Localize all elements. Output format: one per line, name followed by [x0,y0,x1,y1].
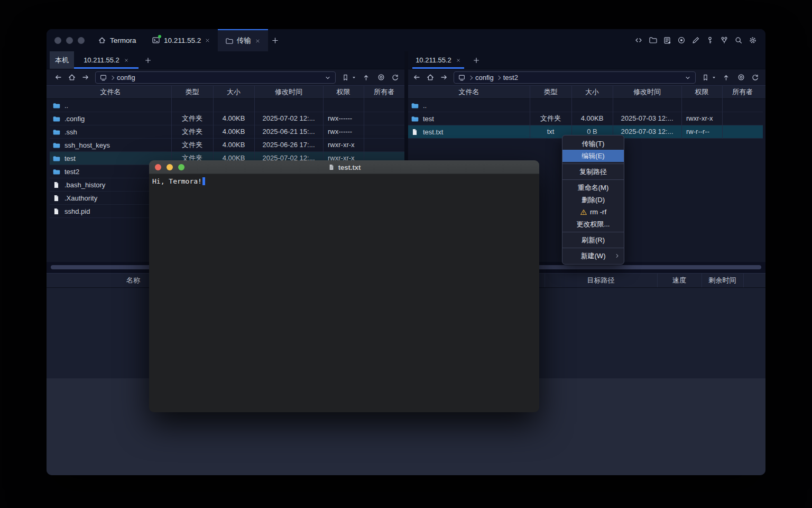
file-perm: rwxr-xr-x [681,112,722,125]
left-tab-ssh-active[interactable]: 10.211.55.2 [74,51,139,69]
column-header-type[interactable]: 类型 [171,85,213,99]
table-row[interactable]: test 文件夹 4.00KB 2025-07-03 12:... rwxr-x… [408,112,763,125]
right-tab-ssh-active[interactable]: 10.211.55.2 [412,51,464,69]
breadcrumb-segment[interactable]: config [475,74,494,81]
right-bookmark-caret-icon[interactable] [711,75,717,80]
file-name: .. [423,99,427,112]
column-header-owner[interactable]: 所有者 [722,85,763,99]
menu-label: 重命名(M) [578,183,609,193]
left-up-directory-icon[interactable] [362,74,370,81]
right-bookmark-icon[interactable] [702,74,709,81]
breadcrumb-segment[interactable]: config [117,74,135,81]
window-titlebar: Termora 10.211.55.2 传输 [47,29,765,51]
menu-item-chmod[interactable]: 更改权限... [562,218,624,230]
context-menu: 传输(T) 编辑(E) 复制路径 重命名(M) 删除(D) rm -rf 更改权… [562,135,624,265]
tab-transfer-active[interactable]: 传输 [218,29,268,51]
folder-icon [52,168,60,176]
left-refresh-icon[interactable] [391,74,399,81]
table-row[interactable]: ssh_host_keys 文件夹 4.00KB 2025-06-26 17:.… [50,139,404,152]
tab-termora-home[interactable]: Termora [98,29,136,51]
left-show-hidden-icon[interactable] [377,73,385,81]
left-new-tab-icon[interactable] [144,57,152,64]
editor-content[interactable]: Hi, Termora! [149,174,539,188]
traffic-close-button[interactable] [54,37,61,44]
editor-titlebar[interactable]: test.txt [149,160,539,174]
menu-label: 新建(W) [581,251,606,261]
chevron-down-icon[interactable] [684,74,691,81]
tab-label: 本机 [55,56,69,65]
right-forward-icon[interactable] [440,73,448,81]
left-bookmark-caret-icon[interactable] [351,75,357,80]
left-path-field[interactable]: config [95,71,336,84]
table-row[interactable]: .config 文件夹 4.00KB 2025-07-02 12:... rwx… [50,112,404,125]
column-header-name[interactable]: 文件名 [408,85,530,99]
code-snippets-icon[interactable] [634,36,643,44]
menu-label: 复制路径 [579,167,607,177]
column-header-modified[interactable]: 修改时间 [613,85,681,99]
left-forward-icon[interactable] [81,73,90,81]
left-back-icon[interactable] [54,73,62,81]
transfer-column-speed[interactable]: 速度 [657,273,702,288]
right-new-tab-icon[interactable] [473,57,480,64]
settings-gear-icon[interactable] [749,36,757,44]
file-icon [52,207,60,215]
column-header-perm[interactable]: 权限 [323,85,364,99]
close-icon[interactable] [205,38,210,43]
traffic-minimize-button[interactable] [66,37,73,44]
menu-item-rename[interactable]: 重命名(M) [562,182,624,194]
left-home-icon[interactable] [68,73,76,81]
macro-record-icon[interactable] [677,36,686,44]
right-back-icon[interactable] [412,73,421,81]
traffic-zoom-button[interactable] [78,37,85,44]
column-header-size[interactable]: 大小 [213,85,254,99]
column-header-owner[interactable]: 所有者 [364,85,404,99]
left-tab-local[interactable]: 本机 [50,51,74,69]
left-bookmark-icon[interactable] [342,74,349,81]
table-row[interactable]: .. [408,99,763,112]
file-size: 4.00KB [213,125,254,139]
file-name: .ssh [64,126,77,139]
right-up-directory-icon[interactable] [722,74,730,81]
grid-line [613,85,613,139]
close-icon[interactable] [255,38,261,44]
right-home-icon[interactable] [426,73,435,81]
file-perm: rwxr-xr-x [323,139,364,152]
column-header-modified[interactable]: 修改时间 [254,85,323,99]
chevron-down-icon[interactable] [324,74,331,81]
breadcrumb-separator-icon [468,75,473,79]
new-tab-icon[interactable] [271,37,279,44]
table-row[interactable]: .ssh 文件夹 4.00KB 2025-06-21 15:... rwx---… [50,125,404,139]
menu-item-edit-highlighted[interactable]: 编辑(E) [562,150,624,162]
menu-item-refresh[interactable]: 刷新(R) [562,234,624,246]
right-refresh-icon[interactable] [751,74,759,81]
tab-ssh-session[interactable]: 10.211.55.2 [152,29,210,51]
breadcrumb-segment[interactable]: test2 [503,74,518,81]
folder-icon [411,102,419,110]
key-icon[interactable] [706,36,714,44]
menu-item-new[interactable]: 新建(W) [562,250,624,262]
close-icon[interactable] [456,58,461,63]
log-icon[interactable] [663,36,671,44]
table-row[interactable]: .. [50,99,404,112]
menu-item-copy-path[interactable]: 复制路径 [562,166,624,178]
keychain-icon[interactable] [720,36,728,44]
column-header-perm[interactable]: 权限 [681,85,722,99]
menu-item-transfer[interactable]: 传输(T) [562,138,624,150]
editor-title: test.txt [149,160,539,174]
close-icon[interactable] [124,58,129,63]
transfer-column-target[interactable]: 目标路径 [545,273,657,288]
edit-icon[interactable] [691,36,700,44]
tab-label: 传输 [237,36,251,46]
menu-item-delete[interactable]: 删除(D) [562,194,624,206]
column-header-type[interactable]: 类型 [530,85,571,99]
file-name: test [423,113,434,125]
file-type: 文件夹 [171,139,213,152]
folder-icon[interactable] [649,36,657,44]
column-header-size[interactable]: 大小 [571,85,613,99]
search-icon[interactable] [734,36,743,44]
menu-item-rm-rf[interactable]: rm -rf [562,206,624,218]
transfer-column-remaining[interactable]: 剩余时间 [702,273,743,288]
right-show-hidden-icon[interactable] [737,73,745,81]
column-header-name[interactable]: 文件名 [50,85,171,99]
right-path-field[interactable]: config test2 [454,71,696,84]
